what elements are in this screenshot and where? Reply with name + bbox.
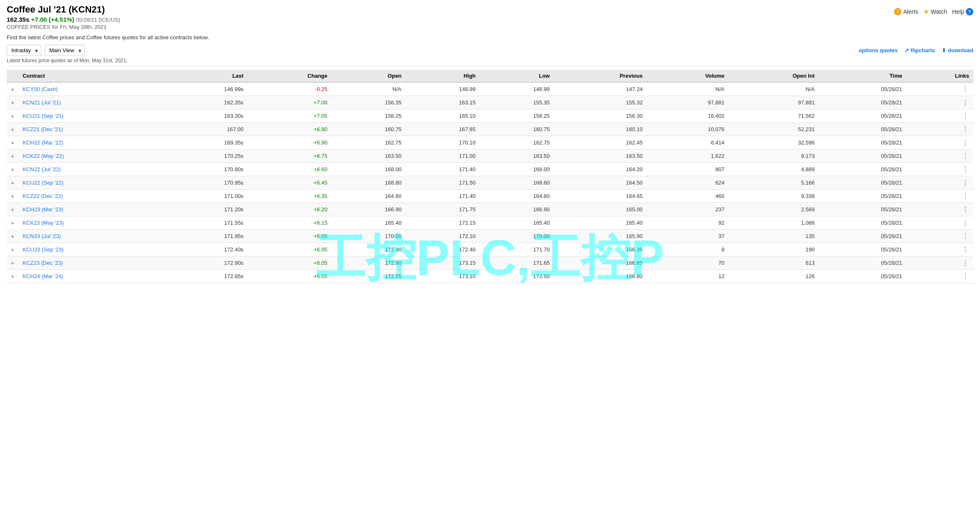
row-previous: 163.50: [554, 150, 647, 163]
row-high: 171.75: [406, 203, 480, 216]
row-contract[interactable]: KCZ22 (Dec '22): [18, 190, 165, 203]
table-header-row: Contract Last Change Open High Low Previ…: [7, 70, 973, 82]
flipcharts-link[interactable]: ↗ flipcharts: [904, 47, 935, 53]
row-change: +6.20: [248, 203, 332, 216]
row-low: 170.00: [480, 230, 554, 243]
row-plus[interactable]: +: [7, 150, 18, 163]
intraday-dropdown[interactable]: Intraday Daily Weekly: [7, 45, 41, 56]
row-links[interactable]: ⋮: [906, 82, 973, 96]
row-time: 05/28/21: [819, 230, 906, 243]
row-contract[interactable]: KCH23 (Mar '23): [18, 203, 165, 216]
row-high: 173.15: [406, 256, 480, 270]
section-date: for Fri, May 28th, 2021: [52, 24, 107, 30]
row-open: 163.50: [332, 150, 406, 163]
row-contract[interactable]: KCU22 (Sep '22): [18, 176, 165, 190]
row-open: 166.90: [332, 203, 406, 216]
row-plus[interactable]: +: [7, 270, 18, 283]
row-time: 05/28/21: [819, 203, 906, 216]
row-plus[interactable]: +: [7, 136, 18, 150]
main-title: Coffee Jul '21 (KCN21): [7, 4, 120, 15]
table-row: + KCU21 (Sep '21) 163.30s +7.05 158.25 1…: [7, 109, 973, 123]
row-links[interactable]: ⋮: [906, 190, 973, 203]
row-open-int: 613: [729, 256, 819, 270]
view-dropdown-wrapper[interactable]: Main View Full View Options: [45, 45, 85, 56]
alerts-label: Alerts: [903, 8, 918, 15]
row-open: 168.80: [332, 176, 406, 190]
header: Coffee Jul '21 (KCN21) 162.35s +7.00 (+4…: [7, 4, 973, 31]
row-links[interactable]: ⋮: [906, 230, 973, 243]
table-row: + KCN22 (Jul '22) 170.80s +6.60 168.00 1…: [7, 163, 973, 176]
alerts-button[interactable]: ! Alerts: [894, 8, 918, 15]
row-links[interactable]: ⋮: [906, 109, 973, 123]
row-links[interactable]: ⋮: [906, 96, 973, 109]
row-links[interactable]: ⋮: [906, 270, 973, 283]
row-contract[interactable]: KCZ23 (Dec '23): [18, 256, 165, 270]
flipcharts-icon: ↗: [904, 47, 909, 53]
row-plus[interactable]: +: [7, 190, 18, 203]
row-plus[interactable]: +: [7, 203, 18, 216]
row-last: 171.95s: [165, 230, 248, 243]
col-high: High: [406, 70, 480, 82]
row-links[interactable]: ⋮: [906, 123, 973, 136]
row-last: 172.90s: [165, 256, 248, 270]
row-contract[interactable]: KCU23 (Sep '23): [18, 243, 165, 256]
row-low: 171.65: [480, 256, 554, 270]
row-open-int: 126: [729, 270, 819, 283]
row-change: +6.05: [248, 243, 332, 256]
row-contract[interactable]: KCN21 (Jul '21): [18, 96, 165, 109]
watch-button[interactable]: ★ Watch: [923, 8, 947, 15]
row-last: 167.00: [165, 123, 248, 136]
row-plus[interactable]: +: [7, 123, 18, 136]
row-contract[interactable]: KCZ21 (Dec '21): [18, 123, 165, 136]
row-contract[interactable]: KCK23 (May '23): [18, 216, 165, 230]
row-links[interactable]: ⋮: [906, 163, 973, 176]
row-plus[interactable]: +: [7, 256, 18, 270]
row-plus[interactable]: +: [7, 163, 18, 176]
view-dropdown[interactable]: Main View Full View Options: [45, 45, 85, 56]
row-plus[interactable]: +: [7, 109, 18, 123]
row-links[interactable]: ⋮: [906, 243, 973, 256]
row-last: 171.00s: [165, 190, 248, 203]
row-time: 05/28/21: [819, 96, 906, 109]
row-last: 172.40s: [165, 243, 248, 256]
row-time: 05/28/21: [819, 136, 906, 150]
row-plus[interactable]: +: [7, 216, 18, 230]
row-change: +6.15: [248, 216, 332, 230]
intraday-dropdown-wrapper[interactable]: Intraday Daily Weekly: [7, 45, 41, 56]
row-links[interactable]: ⋮: [906, 203, 973, 216]
row-contract[interactable]: KCY00 (Cash): [18, 82, 165, 96]
row-previous: 160.10: [554, 123, 647, 136]
col-contract: Contract: [18, 70, 165, 82]
help-button[interactable]: Help ?: [952, 8, 973, 15]
row-last: 171.55s: [165, 216, 248, 230]
row-contract[interactable]: KCH24 (Mar '24): [18, 270, 165, 283]
row-contract[interactable]: KCN23 (Jul '23): [18, 230, 165, 243]
row-high: 171.50: [406, 176, 480, 190]
row-open-int: 71,562: [729, 109, 819, 123]
row-open: 158.25: [332, 109, 406, 123]
row-plus[interactable]: +: [7, 230, 18, 243]
row-contract[interactable]: KCN22 (Jul '22): [18, 163, 165, 176]
row-links[interactable]: ⋮: [906, 150, 973, 163]
row-links[interactable]: ⋮: [906, 256, 973, 270]
row-links[interactable]: ⋮: [906, 216, 973, 230]
row-change: +6.90: [248, 136, 332, 150]
row-links[interactable]: ⋮: [906, 176, 973, 190]
table-row: + KCU23 (Sep '23) 172.40s +6.05 172.40 1…: [7, 243, 973, 256]
row-high: 172.15: [406, 216, 480, 230]
price-change-pct: (+4.51%): [49, 16, 74, 23]
row-plus[interactable]: +: [7, 96, 18, 109]
download-link[interactable]: ⬇ download: [942, 47, 973, 53]
row-links[interactable]: ⋮: [906, 136, 973, 150]
row-high: 172.40: [406, 243, 480, 256]
row-change: +6.05: [248, 230, 332, 243]
row-contract[interactable]: KCU21 (Sep '21): [18, 109, 165, 123]
row-plus[interactable]: +: [7, 82, 18, 96]
row-contract[interactable]: KCK22 (May '22): [18, 150, 165, 163]
row-contract[interactable]: KCH22 (Mar '22): [18, 136, 165, 150]
row-plus[interactable]: +: [7, 176, 18, 190]
row-plus[interactable]: +: [7, 243, 18, 256]
options-quotes-link[interactable]: options quotes: [859, 47, 898, 53]
row-change: +6.05: [248, 256, 332, 270]
row-time: 05/28/21: [819, 123, 906, 136]
